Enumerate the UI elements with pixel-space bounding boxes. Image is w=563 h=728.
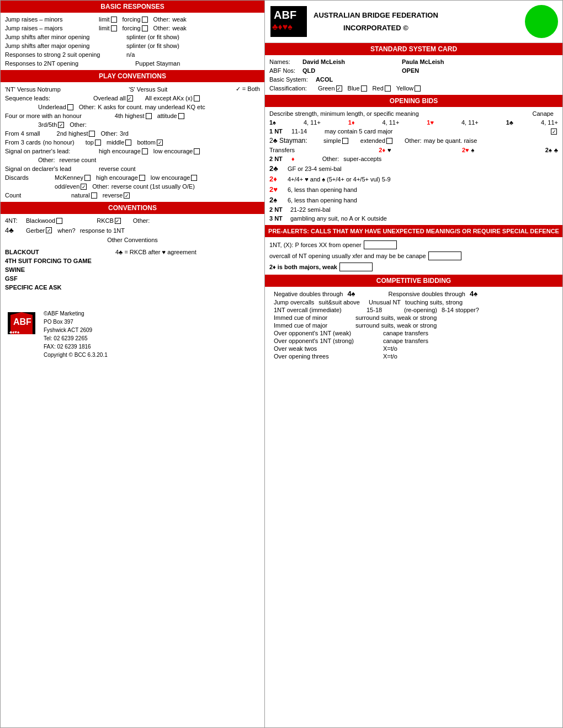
- resp-val: 4♠: [470, 290, 477, 298]
- extended-check[interactable]: [386, 138, 392, 144]
- jr-minors-limit-check[interactable]: [111, 17, 117, 23]
- rev-count-val: reverse count: [99, 165, 136, 172]
- bottom-check[interactable]: [157, 140, 163, 146]
- gsf-label: GSF: [5, 275, 18, 282]
- mckenney-label: McKenney: [55, 174, 83, 181]
- high-enc-check[interactable]: [142, 148, 148, 154]
- over-weak-twos-label: Over weak twos: [274, 345, 379, 352]
- other-rev-val: reverse count (1st usually O/E): [111, 183, 195, 190]
- two-clubs-bid: 2♣: [269, 164, 283, 173]
- other-nt-label: Other:: [322, 156, 339, 162]
- seq-leads-label: Sequence leads:: [5, 95, 60, 101]
- pre1-box: [364, 240, 397, 249]
- one-heart-val: 4, 11+: [461, 119, 479, 126]
- over-weak-label: Over opponent's 1NT (weak): [274, 330, 379, 336]
- abf1-val: QLD: [302, 67, 402, 74]
- low-enc2-check[interactable]: [191, 175, 197, 181]
- abf-label: ABF Nos:: [269, 67, 302, 74]
- attitude-check[interactable]: [178, 113, 184, 119]
- immed-minor-label: Immed cue of minor: [274, 314, 351, 321]
- neg-val: 4♠: [347, 290, 355, 298]
- jr-minors-limit: limit: [99, 16, 110, 23]
- five-card-label: may contain 5 card major: [325, 128, 550, 135]
- system-card-header: STANDARD SYSTEM CARD: [265, 43, 562, 55]
- five-card-check[interactable]: [551, 129, 557, 135]
- blackwood-check[interactable]: [56, 218, 62, 224]
- two-diamonds-desc: 4+/4+ ♥ and ♠ (5+/4+ or 4+/5+ vul) 5-9: [288, 176, 391, 183]
- gerber-check[interactable]: [46, 227, 52, 233]
- reverse-check[interactable]: [124, 192, 130, 199]
- two-s-suit: ♣: [554, 147, 558, 153]
- second-check[interactable]: [89, 131, 95, 137]
- pre3-box: [339, 263, 373, 271]
- resp-doubles-label: Responsive doubles through: [389, 291, 465, 297]
- simple-check[interactable]: [342, 138, 348, 144]
- competitive-bidding-header: COMPETITIVE BIDDING: [265, 275, 562, 287]
- svg-text:ABF: ABF: [274, 9, 296, 21]
- odd-even-check[interactable]: [81, 184, 87, 190]
- yellow-check[interactable]: [415, 85, 421, 92]
- two-nt-desc: 21-22 semi-bal: [290, 206, 331, 213]
- pre2-label: overcall of NT opening usually xfer and …: [269, 253, 426, 259]
- top-check[interactable]: [95, 140, 101, 146]
- when-label: when?: [57, 227, 75, 234]
- high-enc2-check[interactable]: [139, 175, 145, 181]
- both-label: ✓ = Both: [236, 85, 260, 93]
- names-label: Names:: [269, 58, 302, 65]
- over-opening-threes-label: Over opening threes: [274, 353, 379, 360]
- overlead-all-check[interactable]: [127, 95, 133, 101]
- two-clubs-stayman-label: 2♣ Stayman:: [269, 137, 319, 144]
- js-minor-val: splinter (or fit show): [126, 34, 179, 40]
- immed-minor-val: surround suits, weak or strong: [355, 314, 437, 321]
- underlead-check[interactable]: [67, 104, 73, 110]
- two-nt-d-label: 2 NT: [269, 156, 291, 162]
- blue-check[interactable]: [361, 85, 367, 92]
- resp-2nt-val: Puppet Stayman: [135, 60, 180, 67]
- third-fifth-check[interactable]: [58, 122, 64, 128]
- js-major-val: splinter (or fit show): [126, 42, 179, 49]
- one-nt-range: 15-18: [367, 307, 400, 313]
- low-enc-check[interactable]: [194, 148, 200, 154]
- from-four-label: From 4 small: [5, 130, 40, 137]
- other3-label: Other:: [100, 130, 118, 137]
- fourth-suit-label: 4TH SUIT FORCING TO GAME: [5, 258, 92, 264]
- two-hearts-desc: 6, less than opening hand: [288, 186, 357, 193]
- svg-text:♣♦♥♠: ♣♦♥♠: [272, 22, 293, 31]
- mk-check[interactable]: [84, 175, 91, 181]
- name1-val: David McLeish: [302, 58, 402, 65]
- simple-label: simple: [323, 137, 341, 144]
- other-partner-val: reverse count: [60, 157, 97, 163]
- natural-check[interactable]: [91, 192, 97, 199]
- all-except-label: All except AKx (x): [145, 95, 193, 101]
- red-label: Red: [373, 85, 384, 92]
- over-strong-label: Over opponent's 1NT (strong): [274, 338, 379, 344]
- org-inc: INCORPORATED ©: [314, 24, 438, 32]
- classification-label: Classification:: [269, 85, 314, 92]
- resp-2nt-label: Responses to 2NT opening: [5, 60, 126, 67]
- green-check[interactable]: [336, 85, 342, 92]
- other-conv-label: Other:: [133, 217, 150, 224]
- footer-text: ©ABF Marketing PO Box 397 Fyshwick ACT 2…: [44, 309, 108, 359]
- abf-logo: ABF ♣♦♥♠: [269, 5, 308, 38]
- all-except-check[interactable]: [194, 95, 200, 101]
- rkcb-after-label: 4♣ = RKCB after ♥ agreement: [115, 249, 196, 255]
- resp-strong2-val: n/a: [126, 51, 135, 58]
- from-three-label: From 3 cards: [5, 139, 41, 146]
- red-check[interactable]: [385, 85, 391, 92]
- jr-majors-forcing-check[interactable]: [142, 25, 148, 31]
- rkcb-check[interactable]: [115, 218, 121, 224]
- two-nt-d-suit: ♦: [291, 156, 295, 162]
- jr-majors-forcing: forcing: [123, 25, 141, 31]
- jr-minors-forcing-check[interactable]: [142, 17, 148, 23]
- one-nt-overcall-label: 1NT overcall (immediate): [274, 307, 362, 313]
- other-partner-label: Other:: [38, 157, 55, 163]
- overlead-all-label: Overlead all: [93, 95, 126, 101]
- over-strong-val: canape transfers: [383, 338, 428, 344]
- one-spade-label: 1♠: [269, 119, 276, 126]
- one-nt-val: 11-14: [291, 128, 325, 135]
- jr-majors-limit-check[interactable]: [111, 25, 117, 31]
- svg-text:♣♦♥♠: ♣♦♥♠: [9, 330, 20, 335]
- js-major-label: Jump shifts after major opening: [5, 42, 126, 49]
- fourth-check[interactable]: [146, 113, 152, 119]
- middle-check[interactable]: [125, 140, 131, 146]
